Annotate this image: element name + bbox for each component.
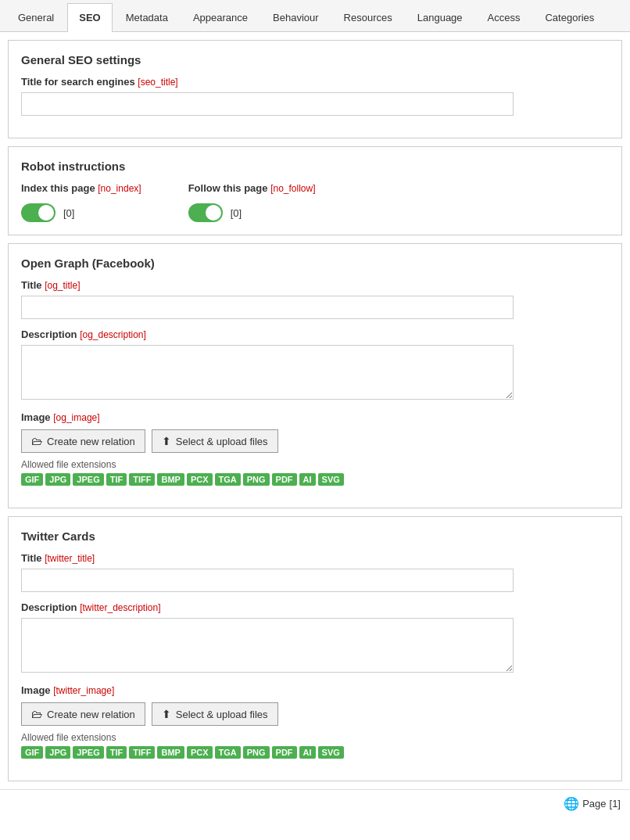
- follow-page-label: Follow this page [no_follow]: [188, 182, 316, 194]
- og-image-var: [og_image]: [53, 412, 99, 423]
- og-title-input[interactable]: [21, 296, 514, 319]
- page-label: Page: [582, 798, 606, 809]
- twitter-description-group: Description [twitter_description]: [21, 601, 609, 675]
- og-title-label: Title [og_title]: [21, 279, 609, 291]
- twitter-extensions-list: GIFJPGJPEGTIFTIFFBMPPCXTGAPNGPDFAISVG: [21, 746, 609, 759]
- robot-instructions-title: Robot instructions: [21, 160, 609, 173]
- index-page-label: Index this page [no_index]: [21, 182, 141, 194]
- tab-seo[interactable]: SEO: [67, 3, 112, 32]
- tab-behaviour[interactable]: Behaviour: [261, 3, 331, 31]
- ext-badge: SVG: [318, 746, 344, 759]
- og-extensions-list: GIFJPGJPEGTIFTIFFBMPPCXTGAPNGPDFAISVG: [21, 473, 609, 486]
- ext-badge: TIFF: [129, 746, 155, 759]
- tab-appearance[interactable]: Appearance: [181, 3, 260, 31]
- ext-badge: TIF: [106, 473, 127, 486]
- follow-toggle-value: [0]: [231, 207, 242, 219]
- tab-metadata[interactable]: Metadata: [114, 3, 180, 31]
- follow-page-col: Follow this page [no_follow] [0]: [188, 182, 316, 222]
- seo-title-var: [seo_title]: [138, 77, 177, 88]
- twitter-title-var: [twitter_title]: [45, 553, 95, 564]
- index-toggle-row: [0]: [21, 203, 141, 222]
- general-seo-title: General SEO settings: [21, 53, 609, 66]
- index-toggle-value: [0]: [63, 207, 74, 219]
- globe-icon: 🌐: [564, 796, 579, 811]
- og-image-label: Image [og_image]: [21, 411, 609, 423]
- twitter-allowed-extensions-label: Allowed file extensions: [21, 732, 609, 743]
- tab-bar: General SEO Metadata Appearance Behaviou…: [0, 0, 630, 32]
- seo-title-input[interactable]: [21, 92, 514, 116]
- twitter-select-upload-button[interactable]: ⬆ Select & upload files: [152, 702, 278, 726]
- folder-icon: 🗁: [31, 435, 42, 447]
- twitter-description-label: Description [twitter_description]: [21, 601, 609, 613]
- ext-badge: PDF: [272, 473, 297, 486]
- ext-badge: SVG: [318, 473, 344, 486]
- tab-categories[interactable]: Categories: [533, 3, 606, 31]
- twitter-description-var: [twitter_description]: [80, 602, 160, 613]
- twitter-image-label: Image [twitter_image]: [21, 684, 609, 696]
- seo-title-group: Title for search engines [seo_title]: [21, 76, 609, 116]
- ext-badge: PCX: [187, 746, 213, 759]
- og-image-buttons: 🗁 Create new relation ⬆ Select & upload …: [21, 429, 609, 453]
- twitter-description-input[interactable]: [21, 618, 514, 673]
- tab-access[interactable]: Access: [476, 3, 532, 31]
- ext-badge: TGA: [215, 746, 241, 759]
- twitter-title-input[interactable]: [21, 569, 514, 592]
- og-title-group: Title [og_title]: [21, 279, 609, 319]
- open-graph-title: Open Graph (Facebook): [21, 257, 609, 270]
- page-footer: 🌐 Page [1]: [0, 789, 630, 817]
- robot-instructions-section: Robot instructions Index this page [no_i…: [8, 146, 622, 235]
- og-create-relation-button[interactable]: 🗁 Create new relation: [21, 429, 145, 453]
- ext-badge: JPG: [45, 746, 70, 759]
- ext-badge: GIF: [21, 746, 43, 759]
- twitter-image-var: [twitter_image]: [53, 685, 114, 696]
- og-select-upload-button[interactable]: ⬆ Select & upload files: [152, 429, 278, 453]
- ext-badge: TIF: [106, 746, 127, 759]
- ext-badge: BMP: [157, 473, 184, 486]
- ext-badge: PNG: [243, 746, 270, 759]
- index-toggle[interactable]: [21, 203, 55, 222]
- page-number: [1]: [610, 798, 621, 809]
- og-image-group: Image [og_image] 🗁 Create new relation ⬆…: [21, 411, 609, 486]
- ext-badge: PDF: [272, 746, 297, 759]
- index-var: [no_index]: [98, 183, 141, 194]
- ext-badge: PCX: [187, 473, 213, 486]
- seo-title-label: Title for search engines [seo_title]: [21, 76, 609, 88]
- og-description-var: [og_description]: [80, 329, 146, 340]
- upload-icon-twitter: ⬆: [162, 708, 171, 720]
- tab-general[interactable]: General: [6, 3, 66, 31]
- robot-row: Index this page [no_index] [0] Follow th…: [21, 182, 609, 222]
- tab-resources[interactable]: Resources: [332, 3, 404, 31]
- og-description-group: Description [og_description]: [21, 328, 609, 402]
- open-graph-section: Open Graph (Facebook) Title [og_title] D…: [8, 243, 622, 508]
- ext-badge: TIFF: [129, 473, 155, 486]
- follow-toggle[interactable]: [188, 203, 223, 222]
- og-allowed-extensions-label: Allowed file extensions: [21, 459, 609, 470]
- twitter-cards-section: Twitter Cards Title [twitter_title] Desc…: [8, 516, 622, 781]
- ext-badge: BMP: [157, 746, 184, 759]
- ext-badge: JPG: [45, 473, 70, 486]
- og-description-input[interactable]: [21, 345, 514, 400]
- ext-badge: PNG: [243, 473, 270, 486]
- ext-badge: AI: [299, 473, 316, 486]
- follow-var: [no_follow]: [270, 183, 315, 194]
- twitter-title-label: Title [twitter_title]: [21, 552, 609, 564]
- og-title-var: [og_title]: [45, 280, 80, 291]
- ext-badge: AI: [299, 746, 316, 759]
- twitter-create-relation-button[interactable]: 🗁 Create new relation: [21, 702, 145, 726]
- follow-toggle-row: [0]: [188, 203, 316, 222]
- page-indicator: 🌐 Page [1]: [564, 796, 621, 811]
- folder-icon-twitter: 🗁: [31, 708, 42, 720]
- tab-language[interactable]: Language: [406, 3, 474, 31]
- ext-badge: JPEG: [73, 473, 103, 486]
- content-area: General SEO settings Title for search en…: [0, 40, 630, 781]
- index-page-col: Index this page [no_index] [0]: [21, 182, 141, 222]
- twitter-image-buttons: 🗁 Create new relation ⬆ Select & upload …: [21, 702, 609, 726]
- twitter-image-group: Image [twitter_image] 🗁 Create new relat…: [21, 684, 609, 759]
- ext-badge: TGA: [215, 473, 241, 486]
- og-description-label: Description [og_description]: [21, 328, 609, 340]
- ext-badge: JPEG: [73, 746, 103, 759]
- twitter-cards-title: Twitter Cards: [21, 529, 609, 543]
- general-seo-section: General SEO settings Title for search en…: [8, 40, 622, 138]
- twitter-title-group: Title [twitter_title]: [21, 552, 609, 592]
- upload-icon: ⬆: [162, 435, 171, 447]
